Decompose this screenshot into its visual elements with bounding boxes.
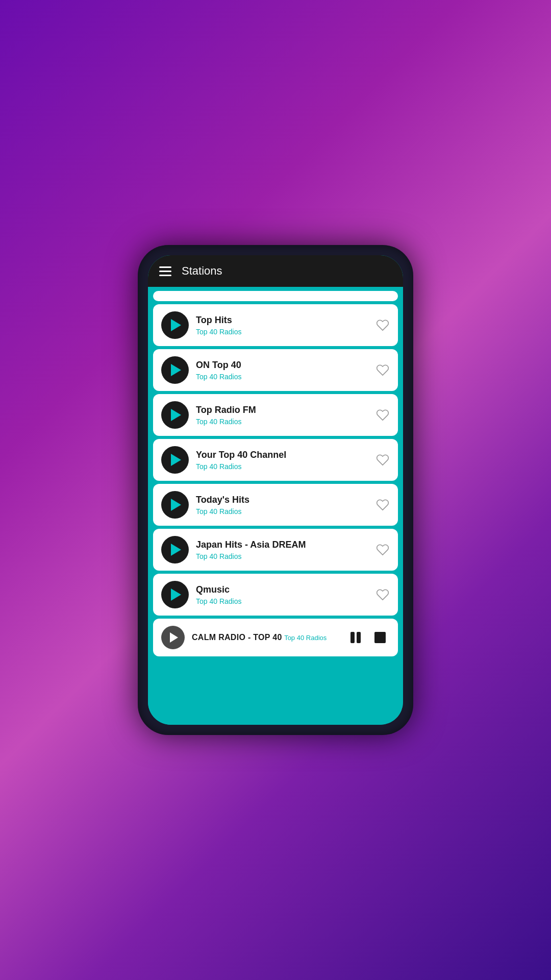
play-icon bbox=[171, 544, 181, 556]
app-header: Stations bbox=[148, 255, 403, 287]
pause-icon bbox=[350, 632, 361, 643]
station-info-on-top-40: ON Top 40 Top 40 Radios bbox=[196, 360, 368, 381]
favorite-button-qmusic[interactable] bbox=[375, 587, 390, 602]
station-name: Top Radio FM bbox=[196, 405, 368, 415]
menu-button[interactable] bbox=[159, 266, 171, 276]
play-icon bbox=[171, 364, 181, 376]
play-button-qmusic[interactable] bbox=[161, 581, 189, 608]
station-info-japan-hits: Japan Hits - Asia DREAM Top 40 Radios bbox=[196, 540, 368, 560]
play-icon bbox=[171, 454, 181, 466]
now-playing-info: CALM RADIO - TOP 40 Top 40 Radios bbox=[192, 633, 339, 642]
play-button-top-radio-fm[interactable] bbox=[161, 401, 189, 429]
now-playing-category: Top 40 Radios bbox=[284, 634, 327, 642]
station-info-top-radio-fm: Top Radio FM Top 40 Radios bbox=[196, 405, 368, 426]
station-card-your-top-40[interactable]: Your Top 40 Channel Top 40 Radios bbox=[153, 439, 398, 481]
favorite-button-top-hits[interactable] bbox=[375, 318, 390, 332]
now-playing-bar: CALM RADIO - TOP 40 Top 40 Radios bbox=[153, 619, 398, 656]
station-info-your-top-40: Your Top 40 Channel Top 40 Radios bbox=[196, 450, 368, 471]
station-card-top-radio-fm[interactable]: Top Radio FM Top 40 Radios bbox=[153, 394, 398, 436]
station-name: ON Top 40 bbox=[196, 360, 368, 371]
station-info-qmusic: Qmusic Top 40 Radios bbox=[196, 584, 368, 605]
favorite-button-top-radio-fm[interactable] bbox=[375, 408, 390, 422]
station-info-top-hits: Top Hits Top 40 Radios bbox=[196, 315, 368, 336]
favorite-button-on-top-40[interactable] bbox=[375, 363, 390, 377]
play-icon bbox=[171, 499, 181, 511]
play-button-japan-hits[interactable] bbox=[161, 536, 189, 564]
pause-button[interactable] bbox=[346, 628, 365, 647]
station-card-qmusic[interactable]: Qmusic Top 40 Radios bbox=[153, 574, 398, 616]
station-category: Top 40 Radios bbox=[196, 552, 368, 560]
partial-top-card bbox=[153, 291, 398, 301]
station-name: Top Hits bbox=[196, 315, 368, 326]
play-button-todays-hits[interactable] bbox=[161, 491, 189, 519]
phone-screen: Stations Top Hits Top 40 Radios bbox=[148, 255, 403, 725]
play-icon-now-playing bbox=[170, 632, 178, 643]
play-button-now-playing[interactable] bbox=[161, 626, 185, 649]
stop-icon bbox=[374, 632, 386, 643]
now-playing-name: CALM RADIO - TOP 40 bbox=[192, 633, 282, 642]
station-category: Top 40 Radios bbox=[196, 462, 368, 471]
station-category: Top 40 Radios bbox=[196, 507, 368, 516]
station-card-japan-hits[interactable]: Japan Hits - Asia DREAM Top 40 Radios bbox=[153, 529, 398, 571]
station-name: Your Top 40 Channel bbox=[196, 450, 368, 460]
play-button-top-hits[interactable] bbox=[161, 311, 189, 339]
station-info-todays-hits: Today's Hits Top 40 Radios bbox=[196, 495, 368, 516]
play-icon bbox=[171, 409, 181, 421]
station-category: Top 40 Radios bbox=[196, 597, 368, 605]
play-icon bbox=[171, 589, 181, 601]
station-category: Top 40 Radios bbox=[196, 418, 368, 426]
station-name: Qmusic bbox=[196, 584, 368, 595]
station-category: Top 40 Radios bbox=[196, 373, 368, 381]
play-button-on-top-40[interactable] bbox=[161, 356, 189, 384]
station-card-todays-hits[interactable]: Today's Hits Top 40 Radios bbox=[153, 484, 398, 526]
playback-controls bbox=[346, 628, 390, 647]
play-icon bbox=[171, 319, 181, 331]
station-card-top-hits[interactable]: Top Hits Top 40 Radios bbox=[153, 304, 398, 346]
favorite-button-japan-hits[interactable] bbox=[375, 543, 390, 557]
favorite-button-todays-hits[interactable] bbox=[375, 498, 390, 512]
stations-list: Top Hits Top 40 Radios ON Top 40 Top 40 … bbox=[148, 287, 403, 725]
station-name: Today's Hits bbox=[196, 495, 368, 505]
station-card-on-top-40[interactable]: ON Top 40 Top 40 Radios bbox=[153, 349, 398, 391]
favorite-button-your-top-40[interactable] bbox=[375, 453, 390, 467]
phone-frame: Stations Top Hits Top 40 Radios bbox=[138, 245, 413, 735]
station-name: Japan Hits - Asia DREAM bbox=[196, 540, 368, 550]
page-title: Stations bbox=[182, 264, 222, 278]
stop-button[interactable] bbox=[370, 628, 390, 647]
play-button-your-top-40[interactable] bbox=[161, 446, 189, 474]
station-category: Top 40 Radios bbox=[196, 328, 368, 336]
